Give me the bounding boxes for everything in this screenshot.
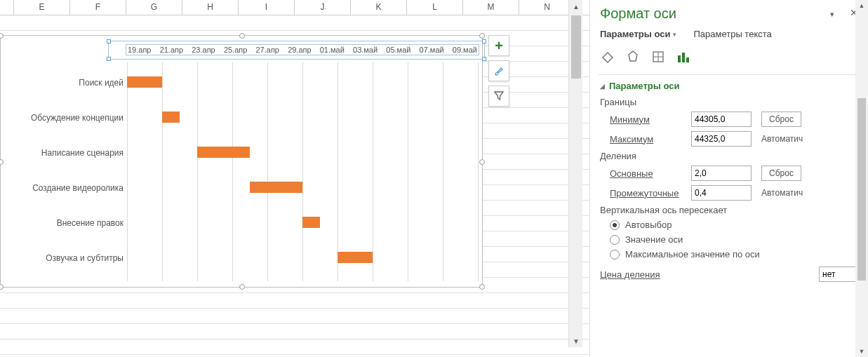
col-header[interactable]: E (14, 0, 70, 15)
brush-icon (493, 65, 505, 76)
chart-filter-button[interactable] (488, 86, 509, 107)
col-header[interactable]: N (519, 0, 575, 15)
column-headers: E F G H I J K L M N (0, 0, 589, 15)
property-category-icons (600, 49, 868, 65)
chart-styles-button[interactable] (488, 60, 509, 81)
max-input[interactable] (691, 131, 752, 147)
svg-rect-4 (686, 58, 689, 62)
gantt-bar[interactable] (162, 112, 180, 123)
major-reset-button[interactable]: Сброс (761, 166, 801, 181)
pane-vertical-scrollbar[interactable]: ▲ ▼ (855, 0, 868, 357)
min-input[interactable] (691, 112, 752, 127)
section-axis-options[interactable]: Параметры оси (600, 81, 868, 91)
gantt-bar[interactable] (197, 147, 250, 158)
min-label: Минимум (600, 114, 691, 125)
major-unit-input[interactable] (691, 166, 752, 181)
scrollbar-thumb[interactable] (571, 15, 581, 79)
col-header[interactable]: K (351, 0, 407, 15)
scrollbar-thumb[interactable] (857, 98, 866, 281)
svg-rect-2 (678, 55, 681, 62)
gantt-bar[interactable] (302, 217, 320, 228)
col-header[interactable]: J (295, 0, 351, 15)
minor-unit-label: Промежуточные (600, 188, 691, 198)
sheet-vertical-scrollbar[interactable]: ▲ ▼ (568, 0, 582, 347)
size-properties-icon[interactable] (650, 49, 666, 65)
spreadsheet-area: E F G H I J K L M N (0, 0, 589, 357)
chart-elements-button[interactable]: + (488, 35, 509, 56)
minor-auto-label: Автоматич (761, 188, 803, 198)
pane-options-menu[interactable]: ▾ (830, 10, 834, 19)
axis-options-icon[interactable] (676, 49, 691, 65)
category-label: Создание видеоролика (1, 183, 123, 193)
group-crosses: Вертикальная ось пересекает (600, 205, 868, 215)
radio-icon (610, 220, 620, 230)
radio-icon (610, 235, 620, 245)
col-header[interactable]: G (126, 0, 182, 15)
group-bounds: Границы (600, 97, 868, 107)
minor-unit-input[interactable] (691, 185, 752, 201)
display-units-label: Цена деления (600, 269, 691, 280)
category-label: Внесение правок (1, 218, 123, 228)
category-label: Озвучка и субтитры (1, 253, 123, 263)
category-label: Обсуждение концепции (1, 113, 123, 123)
gantt-bar[interactable] (338, 252, 373, 263)
gantt-bar[interactable] (127, 76, 162, 88)
col-header[interactable]: M (463, 0, 519, 15)
col-header[interactable]: L (407, 0, 463, 15)
fill-line-icon[interactable] (600, 49, 615, 65)
cross-auto-radio[interactable]: Автовыбор (600, 220, 868, 230)
cross-value-radio[interactable]: Значение оси 443 (600, 234, 868, 245)
col-header[interactable]: I (239, 0, 295, 15)
pane-title: Формат оси (600, 6, 868, 22)
funnel-icon (494, 91, 504, 101)
group-units: Деления (600, 151, 868, 161)
format-axis-pane: ▾ ✕ Формат оси Параметры оси▾ Параметры … (589, 0, 868, 357)
col-header[interactable]: F (70, 0, 126, 15)
embedded-chart[interactable]: 19.апр 21.апр 23.апр 25.апр 27.апр 29.ап… (0, 35, 483, 288)
chart-plot-area: 19.апр 21.апр 23.апр 25.апр 27.апр 29.ап… (1, 36, 482, 287)
min-reset-button[interactable]: Сброс (761, 112, 801, 127)
tab-axis-options[interactable]: Параметры оси▾ (600, 29, 676, 39)
max-auto-label: Автоматич (761, 134, 803, 144)
gantt-bar[interactable] (250, 182, 302, 193)
radio-icon (610, 250, 620, 260)
max-label: Максимум (600, 134, 691, 144)
svg-rect-3 (682, 53, 685, 62)
category-label: Написание сценария (1, 148, 123, 158)
chart-floating-tools: + (488, 35, 512, 111)
col-header[interactable]: H (182, 0, 239, 15)
major-unit-label: Основные (600, 168, 691, 179)
effects-icon[interactable] (625, 49, 641, 65)
cross-max-radio[interactable]: Максимальное значение по оси (600, 249, 868, 260)
svg-marker-0 (629, 51, 637, 61)
tab-text-options[interactable]: Параметры текста (693, 29, 771, 39)
category-label: Поиск идей (1, 78, 123, 88)
